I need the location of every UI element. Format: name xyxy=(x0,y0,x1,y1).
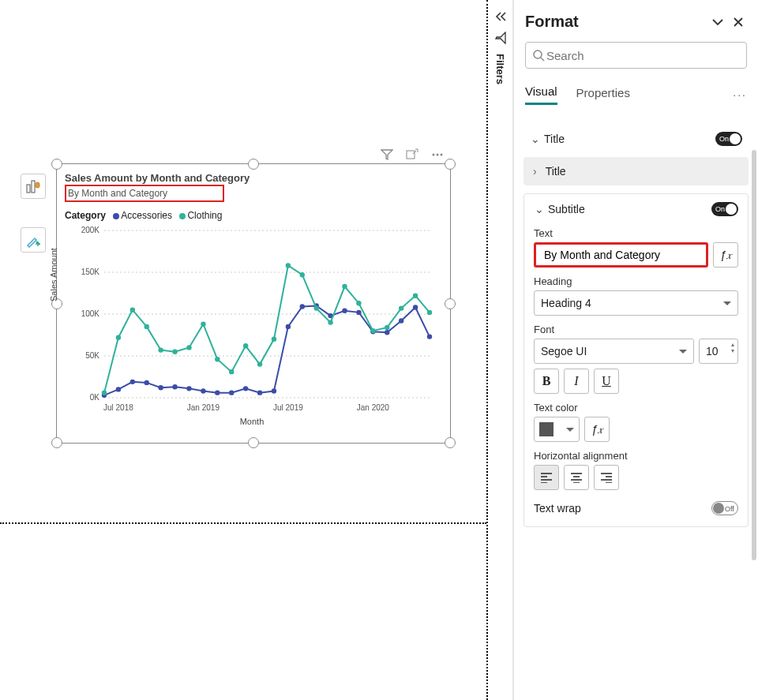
section-title-label: Title xyxy=(544,133,715,145)
legend-dot-clothing xyxy=(179,213,186,219)
visual-tool-format[interactable] xyxy=(21,227,46,253)
chevron-down-icon xyxy=(566,428,574,436)
heading-dropdown[interactable]: Heading 4 xyxy=(534,290,738,316)
y-axis-label: Sales Amount xyxy=(49,248,58,301)
svg-text:Jul 2018: Jul 2018 xyxy=(103,403,133,412)
svg-text:0K: 0K xyxy=(90,393,100,402)
close-icon[interactable] xyxy=(730,13,747,31)
svg-point-56 xyxy=(257,361,262,366)
chevron-down-icon: ⌄ xyxy=(534,203,545,215)
font-dropdown[interactable]: Segoe UI xyxy=(534,339,694,364)
svg-point-64 xyxy=(370,328,375,333)
heading-value: Heading 4 xyxy=(541,297,591,309)
underline-button[interactable]: U xyxy=(594,369,619,394)
format-title: Format xyxy=(525,13,706,31)
x-axis-label: Month xyxy=(65,417,439,426)
chart-legend: Category Accessories Clothing xyxy=(65,210,439,221)
visual-tool-fields[interactable] xyxy=(21,174,46,199)
alignment-buttons xyxy=(534,465,738,490)
collapse-icon[interactable] xyxy=(493,11,508,22)
chart-subtitle: By Month and Category xyxy=(68,188,167,199)
svg-point-53 xyxy=(215,357,220,361)
chart-subtitle-highlight: By Month and Category xyxy=(65,185,224,202)
svg-point-45 xyxy=(102,390,107,395)
visual-header-icons xyxy=(381,148,444,161)
filter-icon[interactable] xyxy=(381,148,393,161)
svg-text:150K: 150K xyxy=(81,268,100,276)
svg-point-59 xyxy=(300,272,305,277)
italic-button[interactable]: I xyxy=(564,369,589,394)
svg-point-42 xyxy=(399,318,403,323)
font-value: Segoe UI xyxy=(541,345,587,357)
svg-point-43 xyxy=(413,305,418,309)
svg-point-27 xyxy=(186,386,191,391)
tab-properties[interactable]: Properties xyxy=(576,86,630,104)
svg-text:Jan 2019: Jan 2019 xyxy=(187,403,220,412)
scrollbar[interactable] xyxy=(752,150,756,560)
font-size-input[interactable]: 10 ▴▾ xyxy=(699,339,738,364)
svg-point-49 xyxy=(158,347,163,352)
subsection-title-label: Title xyxy=(546,165,566,178)
align-center-button[interactable] xyxy=(564,465,589,490)
paint-brush-icon xyxy=(25,232,41,248)
filters-pane-collapsed[interactable]: Filters xyxy=(486,0,513,700)
svg-text:50K: 50K xyxy=(85,351,99,360)
chevron-down-icon: ⌄ xyxy=(530,133,541,145)
font-size-value: 10 xyxy=(706,345,719,357)
section-subtitle: ⌄ Subtitle On Text ƒ𝑥 Heading Heading 4 … xyxy=(523,193,749,527)
text-color-picker[interactable] xyxy=(534,417,580,442)
focus-icon[interactable] xyxy=(406,148,418,161)
more-icon[interactable] xyxy=(431,148,444,161)
svg-point-65 xyxy=(385,325,389,330)
plot-area: Sales Amount 0K50K100K150K200K Jul 2018J… xyxy=(65,226,434,415)
search-icon xyxy=(532,49,545,62)
font-label: Font xyxy=(534,324,738,335)
svg-text:Jan 2020: Jan 2020 xyxy=(357,403,390,412)
heading-label: Heading xyxy=(534,275,738,287)
format-pane: Format Visual Properties ··· ⌄ Title xyxy=(513,0,758,700)
report-canvas[interactable]: Sales Amount by Month and Category By Mo… xyxy=(0,0,486,700)
svg-rect-0 xyxy=(27,185,30,193)
svg-point-46 xyxy=(116,335,121,339)
toggle-subtitle[interactable]: On xyxy=(711,202,738,216)
section-subtitle-header[interactable]: ⌄ Subtitle On xyxy=(534,202,738,219)
svg-point-38 xyxy=(342,309,347,313)
toggle-text-wrap[interactable]: Off xyxy=(711,501,738,515)
svg-point-55 xyxy=(243,343,248,348)
subtitle-text-label: Text xyxy=(534,227,738,239)
spinner-icon[interactable]: ▴▾ xyxy=(731,342,734,354)
svg-rect-3 xyxy=(407,151,415,159)
chart-type-icon xyxy=(25,178,41,194)
section-title-header[interactable]: ⌄ Title On xyxy=(523,125,749,152)
svg-point-6 xyxy=(441,154,443,156)
svg-point-58 xyxy=(286,263,291,268)
svg-point-5 xyxy=(437,154,439,156)
subsection-title[interactable]: › Title xyxy=(523,157,749,185)
tab-more-icon[interactable]: ··· xyxy=(733,88,747,101)
tab-visual[interactable]: Visual xyxy=(525,84,557,105)
format-search[interactable] xyxy=(525,42,747,69)
svg-rect-1 xyxy=(32,181,35,193)
fx-button[interactable]: ƒ𝑥 xyxy=(584,417,610,442)
align-left-button[interactable] xyxy=(534,465,559,490)
search-input[interactable] xyxy=(545,48,740,63)
selected-visual[interactable]: Sales Amount by Month and Category By Mo… xyxy=(56,163,451,444)
legend-title: Category xyxy=(65,210,106,221)
svg-point-63 xyxy=(356,301,361,305)
format-header: Format xyxy=(514,0,758,37)
legend-dot-accessories xyxy=(113,213,119,219)
svg-point-48 xyxy=(144,324,149,329)
expand-icon[interactable] xyxy=(709,13,726,31)
toggle-title[interactable]: On xyxy=(715,132,742,146)
bold-button[interactable]: B xyxy=(534,369,559,394)
subtitle-text-input[interactable] xyxy=(534,242,708,268)
svg-point-30 xyxy=(229,390,234,395)
svg-point-23 xyxy=(130,380,135,384)
svg-point-35 xyxy=(300,304,305,309)
svg-point-31 xyxy=(243,386,248,391)
fx-button[interactable]: ƒ𝑥 xyxy=(713,242,738,268)
align-right-button[interactable] xyxy=(594,465,619,490)
app-root: Sales Amount by Month and Category By Mo… xyxy=(0,0,758,700)
svg-point-25 xyxy=(158,385,163,390)
subtitle-text-field[interactable] xyxy=(542,248,700,262)
